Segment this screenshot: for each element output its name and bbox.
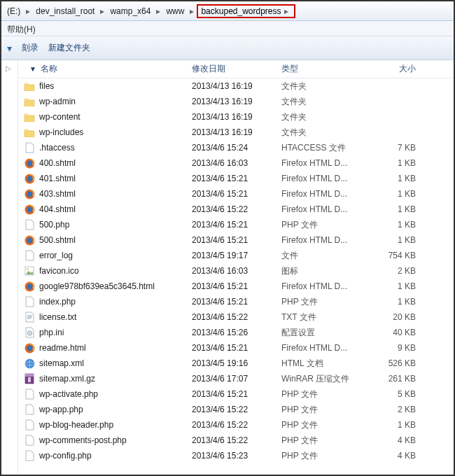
burn-button[interactable]: 刻录 — [22, 42, 38, 54]
file-row[interactable]: .htaccess2013/4/6 15:24HTACCESS 文件7 KB — [18, 140, 454, 155]
svg-point-11 — [27, 268, 29, 270]
file-row[interactable]: wp-blog-header.php2013/4/6 15:22PHP 文件1 … — [18, 417, 454, 433]
file-row[interactable]: error_log2013/4/5 19:17文件754 KB — [18, 248, 454, 263]
file-row[interactable]: wp-activate.php2013/4/6 15:21PHP 文件5 KB — [18, 386, 454, 402]
file-row[interactable]: 403.shtml2013/4/6 15:21Firefox HTML D...… — [18, 186, 454, 202]
file-icon — [24, 296, 35, 307]
firefox-icon — [24, 342, 35, 354]
file-row[interactable]: wp-includes2013/4/13 16:19文件夹 — [18, 125, 454, 140]
file-name: wp-config.php — [39, 451, 92, 461]
file-icon — [24, 419, 35, 430]
firefox-icon — [24, 188, 35, 200]
cell-type: 文件夹 — [276, 127, 367, 139]
rar-icon — [24, 373, 35, 384]
breadcrumb-arrow-icon[interactable]: ▸ — [153, 6, 163, 16]
cell-type: 文件 — [276, 250, 367, 262]
cell-type: 图标 — [276, 265, 367, 277]
new-folder-button[interactable]: 新建文件夹 — [48, 42, 90, 54]
breadcrumb-item[interactable]: wamp_x64 — [107, 1, 153, 20]
cell-date: 2013/4/13 16:19 — [186, 81, 276, 91]
content-area: ▷ ▼ 名称 修改日期 类型 大小 files2013/4/13 16:19文件… — [1, 60, 454, 475]
cell-type: PHP 文件 — [276, 435, 367, 447]
cell-name: readme.html — [18, 342, 186, 354]
file-row[interactable]: php.ini2013/4/6 15:26配置设置40 KB — [18, 325, 454, 340]
breadcrumb-arrow-icon[interactable]: ▸ — [187, 6, 197, 16]
file-row[interactable]: sitemap.xml.gz2013/4/6 17:07WinRAR 压缩文件2… — [18, 371, 454, 386]
cell-size: 261 KB — [367, 374, 421, 384]
cell-size: 1 KB — [367, 189, 421, 199]
cell-date: 2013/4/6 15:22 — [186, 420, 276, 430]
cell-date: 2013/4/5 19:17 — [186, 251, 276, 260]
breadcrumb-item[interactable]: (E:) — [4, 1, 23, 20]
breadcrumb-item-highlighted[interactable]: backuped_wordpress▸ — [197, 4, 295, 18]
cell-size: 526 KB — [367, 358, 421, 368]
tree-caret-icon[interactable]: ▷ — [6, 64, 13, 72]
file-row[interactable]: index.php2013/4/6 15:21PHP 文件1 KB — [18, 294, 454, 309]
cell-type: 配置设置 — [276, 327, 367, 339]
cell-type: WinRAR 压缩文件 — [276, 373, 367, 385]
cell-date: 2013/4/6 15:22 — [186, 405, 276, 414]
file-icon — [24, 250, 35, 261]
file-row[interactable]: license.txt2013/4/6 15:22TXT 文件20 KB — [18, 309, 454, 325]
menu-help[interactable]: 帮助(H) — [7, 24, 36, 34]
file-row[interactable]: wp-content2013/4/13 16:19文件夹 — [18, 109, 454, 125]
breadcrumb-item[interactable]: dev_install_root — [33, 1, 97, 20]
breadcrumb-arrow-icon[interactable]: ▸ — [97, 6, 107, 16]
file-row[interactable]: wp-admin2013/4/13 16:19文件夹 — [18, 94, 454, 109]
file-name: error_log — [39, 251, 73, 260]
breadcrumb-arrow-icon[interactable]: ▸ — [23, 6, 33, 16]
cell-name: php.ini — [18, 327, 186, 338]
file-row[interactable]: readme.html2013/4/6 15:21Firefox HTML D.… — [18, 340, 454, 356]
breadcrumb-item[interactable]: backuped_wordpress — [201, 6, 281, 16]
cell-type: Firefox HTML D... — [276, 174, 367, 183]
txt-icon — [24, 312, 35, 323]
file-name: 404.shtml — [39, 204, 76, 214]
svg-point-9 — [27, 237, 32, 243]
cell-date: 2013/4/6 15:22 — [186, 435, 276, 445]
file-row[interactable]: google978bf639ea5c3645.html2013/4/6 15:2… — [18, 279, 454, 294]
col-header-type[interactable]: 类型 — [276, 63, 367, 75]
cell-name: wp-includes — [18, 127, 186, 138]
cell-date: 2013/4/6 15:21 — [186, 389, 276, 399]
col-header-date[interactable]: 修改日期 — [186, 63, 276, 75]
cell-type: HTACCESS 文件 — [276, 142, 367, 154]
file-row[interactable]: sitemap.xml2013/4/5 19:16HTML 文档526 KB — [18, 356, 454, 371]
file-row[interactable]: wp-app.php2013/4/6 15:22PHP 文件2 KB — [18, 402, 454, 417]
breadcrumb[interactable]: (E:)▸dev_install_root▸wamp_x64▸www▸backu… — [1, 1, 454, 21]
file-name: wp-comments-post.php — [39, 435, 127, 445]
cell-date: 2013/4/13 16:19 — [186, 127, 276, 137]
folder-icon — [24, 111, 35, 122]
svg-point-1 — [27, 160, 32, 166]
cell-name: 500.shtml — [18, 234, 186, 246]
file-row[interactable]: 500.shtml2013/4/6 15:21Firefox HTML D...… — [18, 232, 454, 248]
cell-size: 5 KB — [367, 389, 421, 399]
file-name: wp-content — [39, 112, 80, 122]
cell-name: wp-blog-header.php — [18, 419, 186, 430]
menubar: 帮助(H) — [1, 21, 454, 36]
cell-size: 20 KB — [367, 312, 421, 322]
firefox-icon — [24, 281, 35, 292]
file-row[interactable]: wp-config.php2013/4/6 15:23PHP 文件4 KB — [18, 448, 454, 463]
col-header-name[interactable]: ▼ 名称 — [18, 63, 186, 75]
file-icon — [24, 219, 35, 230]
file-name: wp-admin — [39, 97, 76, 106]
cell-size: 7 KB — [367, 143, 421, 153]
toolbar-dropdown-icon[interactable]: ▾ — [7, 43, 12, 54]
file-row[interactable]: 401.shtml2013/4/6 15:21Firefox HTML D...… — [18, 171, 454, 186]
file-row[interactable]: files2013/4/13 16:19文件夹 — [18, 78, 454, 94]
cell-date: 2013/4/6 15:21 — [186, 235, 276, 245]
firefox-icon — [24, 204, 35, 215]
file-row[interactable]: favicon.ico2013/4/6 16:03图标2 KB — [18, 263, 454, 279]
breadcrumb-item[interactable]: www — [163, 1, 187, 20]
cell-name: 500.php — [18, 219, 186, 230]
cell-name: sitemap.xml.gz — [18, 373, 186, 384]
cell-date: 2013/4/6 16:03 — [186, 266, 276, 276]
file-row[interactable]: wp-comments-post.php2013/4/6 15:22PHP 文件… — [18, 433, 454, 448]
file-row[interactable]: 400.shtml2013/4/6 16:03Firefox HTML D...… — [18, 155, 454, 171]
cell-type: PHP 文件 — [276, 419, 367, 431]
file-row[interactable]: 500.php2013/4/6 15:21PHP 文件1 KB — [18, 217, 454, 232]
file-name: 403.shtml — [39, 189, 76, 199]
cell-name: 403.shtml — [18, 188, 186, 200]
col-header-size[interactable]: 大小 — [367, 63, 421, 75]
file-row[interactable]: 404.shtml2013/4/6 15:22Firefox HTML D...… — [18, 202, 454, 217]
